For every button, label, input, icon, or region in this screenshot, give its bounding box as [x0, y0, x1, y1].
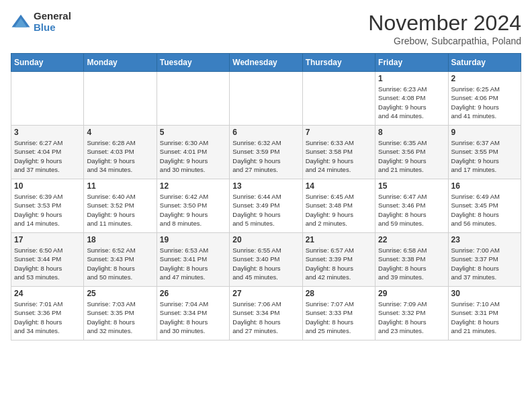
day-info: Sunrise: 7:00 AM Sunset: 3:37 PM Dayligh… — [451, 246, 518, 281]
day-number: 10 — [14, 181, 81, 191]
calendar-cell — [230, 72, 302, 126]
day-info: Sunrise: 6:50 AM Sunset: 3:44 PM Dayligh… — [14, 246, 81, 281]
calendar-cell: 24Sunrise: 7:01 AM Sunset: 3:36 PM Dayli… — [11, 287, 84, 340]
day-info: Sunrise: 6:55 AM Sunset: 3:40 PM Dayligh… — [232, 246, 299, 281]
day-info: Sunrise: 6:52 AM Sunset: 3:43 PM Dayligh… — [87, 246, 153, 281]
day-info: Sunrise: 7:04 AM Sunset: 3:34 PM Dayligh… — [160, 300, 226, 335]
day-info: Sunrise: 7:09 AM Sunset: 3:32 PM Dayligh… — [378, 300, 445, 335]
day-number: 4 — [87, 128, 153, 137]
day-number: 1 — [378, 74, 445, 83]
day-info: Sunrise: 6:49 AM Sunset: 3:45 PM Dayligh… — [451, 192, 518, 228]
day-number: 6 — [232, 128, 299, 137]
logo-icon — [11, 12, 31, 32]
calendar-cell: 16Sunrise: 6:49 AM Sunset: 3:45 PM Dayli… — [448, 179, 521, 233]
day-info: Sunrise: 7:06 AM Sunset: 3:34 PM Dayligh… — [232, 300, 299, 335]
header-monday: Monday — [84, 54, 157, 72]
calendar-cell: 17Sunrise: 6:50 AM Sunset: 3:44 PM Dayli… — [11, 233, 84, 287]
day-info: Sunrise: 6:57 AM Sunset: 3:39 PM Dayligh… — [306, 246, 372, 281]
day-info: Sunrise: 6:44 AM Sunset: 3:49 PM Dayligh… — [232, 192, 299, 228]
day-number: 22 — [378, 235, 445, 244]
calendar-cell — [11, 72, 84, 126]
day-info: Sunrise: 7:01 AM Sunset: 3:36 PM Dayligh… — [14, 300, 81, 335]
day-number: 30 — [451, 289, 518, 298]
calendar-cell: 29Sunrise: 7:09 AM Sunset: 3:32 PM Dayli… — [375, 287, 448, 340]
title-area: November 2024 Grebow, Subcarpathia, Pola… — [368, 11, 521, 46]
day-number: 16 — [451, 181, 518, 191]
day-number: 3 — [14, 128, 81, 137]
header-row: SundayMondayTuesdayWednesdayThursdayFrid… — [11, 54, 521, 72]
day-number: 19 — [160, 235, 226, 244]
week-row-2: 3Sunrise: 6:27 AM Sunset: 4:04 PM Daylig… — [11, 126, 521, 179]
calendar-cell: 27Sunrise: 7:06 AM Sunset: 3:34 PM Dayli… — [230, 287, 302, 340]
header-saturday: Saturday — [448, 54, 521, 72]
header-wednesday: Wednesday — [230, 54, 302, 72]
week-row-1: 1Sunrise: 6:23 AM Sunset: 4:08 PM Daylig… — [11, 72, 521, 126]
day-number: 18 — [87, 235, 153, 244]
logo-general-text: General — [34, 11, 71, 22]
calendar-cell: 23Sunrise: 7:00 AM Sunset: 3:37 PM Dayli… — [448, 233, 521, 287]
calendar-cell: 28Sunrise: 7:07 AM Sunset: 3:33 PM Dayli… — [302, 287, 375, 340]
day-number: 7 — [306, 128, 372, 137]
calendar-cell: 25Sunrise: 7:03 AM Sunset: 3:35 PM Dayli… — [84, 287, 157, 340]
calendar-cell: 4Sunrise: 6:28 AM Sunset: 4:03 PM Daylig… — [84, 126, 157, 179]
day-number: 9 — [451, 128, 518, 137]
calendar-cell: 21Sunrise: 6:57 AM Sunset: 3:39 PM Dayli… — [302, 233, 375, 287]
calendar-cell: 7Sunrise: 6:33 AM Sunset: 3:58 PM Daylig… — [302, 126, 375, 179]
day-info: Sunrise: 6:35 AM Sunset: 3:56 PM Dayligh… — [378, 138, 445, 174]
logo: General Blue — [11, 11, 71, 33]
calendar-cell: 26Sunrise: 7:04 AM Sunset: 3:34 PM Dayli… — [157, 287, 229, 340]
day-info: Sunrise: 6:53 AM Sunset: 3:41 PM Dayligh… — [160, 246, 226, 281]
day-info: Sunrise: 6:30 AM Sunset: 4:01 PM Dayligh… — [160, 138, 226, 174]
week-row-4: 17Sunrise: 6:50 AM Sunset: 3:44 PM Dayli… — [11, 233, 521, 287]
day-info: Sunrise: 6:47 AM Sunset: 3:46 PM Dayligh… — [378, 192, 445, 228]
month-title: November 2024 — [368, 11, 521, 36]
calendar-table: SundayMondayTuesdayWednesdayThursdayFrid… — [11, 53, 521, 340]
day-info: Sunrise: 6:33 AM Sunset: 3:58 PM Dayligh… — [306, 138, 372, 174]
day-info: Sunrise: 6:23 AM Sunset: 4:08 PM Dayligh… — [378, 85, 445, 120]
day-number: 25 — [87, 289, 153, 298]
header-tuesday: Tuesday — [157, 54, 229, 72]
day-number: 8 — [378, 128, 445, 137]
day-info: Sunrise: 7:10 AM Sunset: 3:31 PM Dayligh… — [451, 300, 518, 335]
day-number: 24 — [14, 289, 81, 298]
day-number: 23 — [451, 235, 518, 244]
calendar-cell — [302, 72, 375, 126]
day-number: 17 — [14, 235, 81, 244]
logo-text: General Blue — [34, 11, 71, 33]
day-info: Sunrise: 6:45 AM Sunset: 3:48 PM Dayligh… — [306, 192, 372, 228]
calendar-cell: 30Sunrise: 7:10 AM Sunset: 3:31 PM Dayli… — [448, 287, 521, 340]
calendar-cell — [84, 72, 157, 126]
day-number: 2 — [451, 74, 518, 83]
day-number: 14 — [306, 181, 372, 191]
header: General Blue November 2024 Grebow, Subca… — [11, 11, 521, 46]
calendar-cell — [157, 72, 229, 126]
day-info: Sunrise: 7:07 AM Sunset: 3:33 PM Dayligh… — [306, 300, 372, 335]
calendar-cell: 8Sunrise: 6:35 AM Sunset: 3:56 PM Daylig… — [375, 126, 448, 179]
calendar-cell: 6Sunrise: 6:32 AM Sunset: 3:59 PM Daylig… — [230, 126, 302, 179]
day-info: Sunrise: 6:37 AM Sunset: 3:55 PM Dayligh… — [451, 138, 518, 174]
day-number: 29 — [378, 289, 445, 298]
calendar-cell: 11Sunrise: 6:40 AM Sunset: 3:52 PM Dayli… — [84, 179, 157, 233]
calendar-cell: 3Sunrise: 6:27 AM Sunset: 4:04 PM Daylig… — [11, 126, 84, 179]
calendar-cell: 18Sunrise: 6:52 AM Sunset: 3:43 PM Dayli… — [84, 233, 157, 287]
calendar-cell: 15Sunrise: 6:47 AM Sunset: 3:46 PM Dayli… — [375, 179, 448, 233]
day-info: Sunrise: 6:40 AM Sunset: 3:52 PM Dayligh… — [87, 192, 153, 228]
location-subtitle: Grebow, Subcarpathia, Poland — [368, 36, 521, 46]
calendar-cell: 5Sunrise: 6:30 AM Sunset: 4:01 PM Daylig… — [157, 126, 229, 179]
calendar-cell: 14Sunrise: 6:45 AM Sunset: 3:48 PM Dayli… — [302, 179, 375, 233]
week-row-5: 24Sunrise: 7:01 AM Sunset: 3:36 PM Dayli… — [11, 287, 521, 340]
day-number: 20 — [232, 235, 299, 244]
day-number: 13 — [232, 181, 299, 191]
day-info: Sunrise: 6:27 AM Sunset: 4:04 PM Dayligh… — [14, 138, 81, 174]
day-info: Sunrise: 6:28 AM Sunset: 4:03 PM Dayligh… — [87, 138, 153, 174]
calendar-cell: 13Sunrise: 6:44 AM Sunset: 3:49 PM Dayli… — [230, 179, 302, 233]
calendar-header: SundayMondayTuesdayWednesdayThursdayFrid… — [11, 54, 521, 72]
day-info: Sunrise: 6:42 AM Sunset: 3:50 PM Dayligh… — [160, 192, 226, 228]
calendar-cell: 12Sunrise: 6:42 AM Sunset: 3:50 PM Dayli… — [157, 179, 229, 233]
day-info: Sunrise: 6:25 AM Sunset: 4:06 PM Dayligh… — [451, 85, 518, 120]
day-info: Sunrise: 6:39 AM Sunset: 3:53 PM Dayligh… — [14, 192, 81, 228]
calendar-cell: 19Sunrise: 6:53 AM Sunset: 3:41 PM Dayli… — [157, 233, 229, 287]
day-number: 28 — [306, 289, 372, 298]
calendar-cell: 22Sunrise: 6:58 AM Sunset: 3:38 PM Dayli… — [375, 233, 448, 287]
logo-blue-text: Blue — [34, 22, 71, 34]
